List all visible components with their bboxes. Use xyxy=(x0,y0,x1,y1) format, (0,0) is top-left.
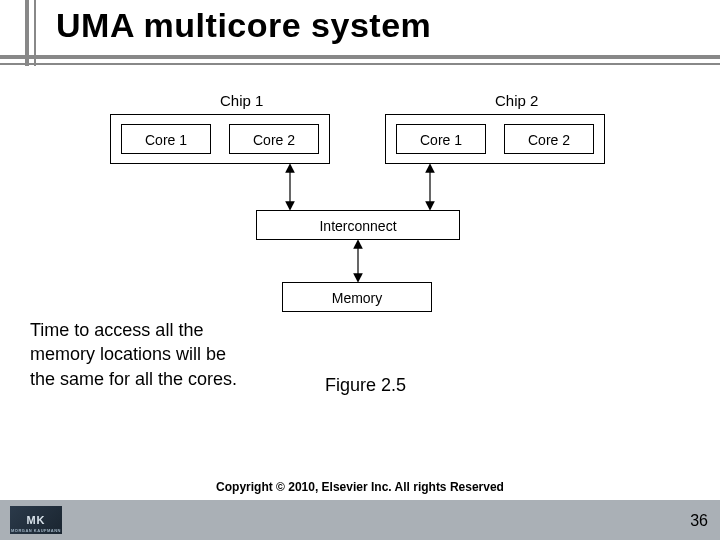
chip2-core2: Core 2 xyxy=(504,124,594,154)
chip2-box: Core 1 Core 2 xyxy=(385,114,605,164)
title-rule-thin xyxy=(0,63,720,65)
footer-bar: MK MORGAN KAUFMANN 36 xyxy=(0,500,720,540)
chip1-core1: Core 1 xyxy=(121,124,211,154)
interconnect-box: Interconnect xyxy=(256,210,460,240)
slide: UMA multicore system Chip 1 Chip 2 Core … xyxy=(0,0,720,540)
page-number: 36 xyxy=(690,512,708,530)
title-rule-thick xyxy=(0,55,720,59)
logo-text: MK xyxy=(26,514,45,526)
slide-title: UMA multicore system xyxy=(26,6,431,45)
note-text: Time to access all the memory locations … xyxy=(30,318,240,391)
chip1-label: Chip 1 xyxy=(220,92,263,109)
copyright-text: Copyright © 2010, Elsevier Inc. All righ… xyxy=(0,480,720,494)
chip2-core1: Core 1 xyxy=(396,124,486,154)
chip2-label: Chip 2 xyxy=(495,92,538,109)
figure-label: Figure 2.5 xyxy=(325,375,406,396)
publisher-logo: MK MORGAN KAUFMANN xyxy=(10,506,62,534)
chip1-box: Core 1 Core 2 xyxy=(110,114,330,164)
chip1-core2: Core 2 xyxy=(229,124,319,154)
memory-box: Memory xyxy=(282,282,432,312)
logo-subtext: MORGAN KAUFMANN xyxy=(11,528,61,533)
title-area: UMA multicore system xyxy=(26,6,431,45)
